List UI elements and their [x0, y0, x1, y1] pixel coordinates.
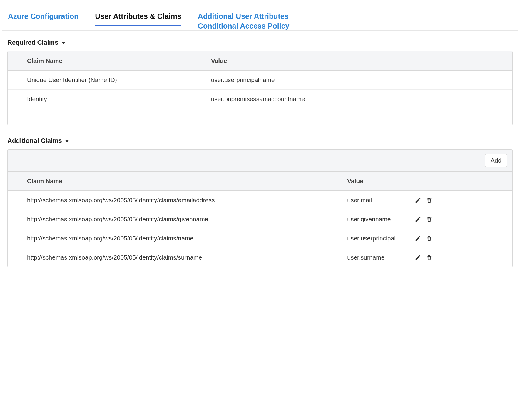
additional-row-name: http://schemas.xmlsoap.org/ws/2005/05/id…: [8, 248, 341, 267]
required-row-name: Identity: [8, 90, 205, 108]
additional-claims-body: http://schemas.xmlsoap.org/ws/2005/05/id…: [8, 191, 512, 267]
additional-row-name: http://schemas.xmlsoap.org/ws/2005/05/id…: [8, 210, 341, 229]
table-row[interactable]: http://schemas.xmlsoap.org/ws/2005/05/id…: [8, 210, 512, 229]
required-claims-body: Unique User Identifier (Name ID) user.us…: [8, 71, 512, 125]
additional-row-value: user.givenname: [341, 210, 411, 229]
edit-icon[interactable]: [414, 254, 422, 261]
tab-group-right: Additional User Attributes Conditional A…: [198, 12, 290, 30]
table-row[interactable]: http://schemas.xmlsoap.org/ws/2005/05/id…: [8, 248, 512, 267]
additional-row-name: http://schemas.xmlsoap.org/ws/2005/05/id…: [8, 229, 341, 248]
table-row[interactable]: Identity user.onpremisessamaccountname: [8, 89, 512, 108]
delete-icon[interactable]: [426, 254, 433, 261]
additional-row-name: http://schemas.xmlsoap.org/ws/2005/05/id…: [8, 191, 341, 210]
additional-row-value: user.userprincipalname: [341, 229, 411, 248]
additional-claims-header: Claim Name Value: [8, 171, 512, 191]
row-actions: [412, 210, 512, 229]
required-row-value: user.onpremisessamaccountname: [205, 90, 512, 108]
required-row-value: user.userprincipalname: [205, 71, 512, 89]
additional-row-value: user.surname: [341, 248, 411, 267]
additional-header-value: Value: [341, 172, 411, 190]
tab-conditional-access-policy[interactable]: Conditional Access Policy: [198, 22, 290, 30]
edit-icon[interactable]: [414, 235, 422, 242]
section-required-claims-label: Required Claims: [7, 39, 58, 46]
section-additional-claims[interactable]: Additional Claims: [7, 137, 513, 145]
app-frame: Azure Configuration User Attributes & Cl…: [2, 2, 518, 276]
table-row[interactable]: http://schemas.xmlsoap.org/ws/2005/05/id…: [8, 191, 512, 210]
tab-user-attributes-claims[interactable]: User Attributes & Claims: [95, 12, 181, 26]
section-required-claims[interactable]: Required Claims: [7, 39, 513, 46]
required-claims-table: Claim Name Value Unique User Identifier …: [7, 51, 513, 125]
tab-additional-user-attributes[interactable]: Additional User Attributes: [198, 12, 290, 21]
required-header-value: Value: [205, 51, 512, 70]
row-actions: [412, 191, 512, 210]
required-row-name: Unique User Identifier (Name ID): [8, 71, 205, 89]
additional-row-value: user.mail: [341, 191, 411, 210]
tab-bar: Azure Configuration User Attributes & Cl…: [2, 2, 518, 31]
section-additional-claims-label: Additional Claims: [7, 137, 62, 145]
additional-header-actions: [412, 172, 512, 190]
chevron-down-icon: [61, 42, 66, 44]
add-button[interactable]: Add: [485, 154, 507, 167]
row-actions: [412, 229, 512, 248]
required-header-claim-name: Claim Name: [8, 51, 205, 70]
additional-claims-toolbar: Add: [8, 150, 512, 171]
delete-icon[interactable]: [426, 197, 433, 204]
chevron-down-icon: [65, 140, 69, 143]
tab-azure-configuration[interactable]: Azure Configuration: [8, 12, 78, 25]
table-padding: [8, 108, 512, 125]
edit-icon[interactable]: [414, 197, 422, 204]
required-claims-header: Claim Name Value: [8, 51, 512, 71]
additional-header-claim-name: Claim Name: [8, 172, 341, 190]
row-actions: [412, 248, 512, 267]
delete-icon[interactable]: [426, 235, 433, 242]
table-row[interactable]: http://schemas.xmlsoap.org/ws/2005/05/id…: [8, 229, 512, 248]
additional-claims-table: Add Claim Name Value http://schemas.xmls…: [7, 149, 513, 267]
delete-icon[interactable]: [426, 216, 433, 223]
edit-icon[interactable]: [414, 216, 422, 223]
table-row[interactable]: Unique User Identifier (Name ID) user.us…: [8, 71, 512, 89]
